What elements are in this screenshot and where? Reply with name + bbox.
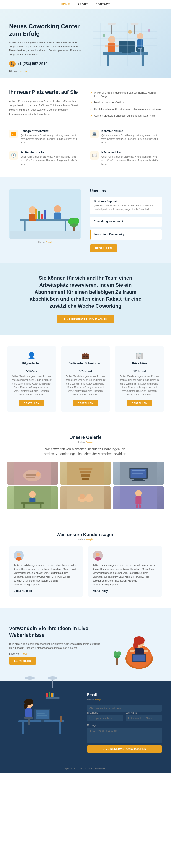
pricing-membership-button[interactable]: BESTELLEN bbox=[19, 400, 44, 406]
svg-rect-1 bbox=[107, 55, 109, 66]
svg-rect-68 bbox=[23, 504, 25, 508]
contact-credit-link[interactable]: Freepik bbox=[95, 698, 102, 701]
hero-phone-number: +1 (234) 567-8910 bbox=[17, 62, 47, 66]
svg-rect-63 bbox=[132, 473, 143, 474]
svg-rect-40 bbox=[44, 210, 46, 219]
webexp-credit-link[interactable]: Freepik bbox=[21, 652, 29, 655]
cta-button[interactable]: EINE RESERVIERUNG MACHEN bbox=[57, 315, 114, 323]
hero-section: Neues Coworking Center zum Erfolg Artike… bbox=[0, 9, 171, 78]
hero-phone: 📞 +1 (234) 567-8910 bbox=[9, 61, 82, 67]
check-item-2: ✓ Herrin ist ganz vernünftig so bbox=[90, 100, 162, 105]
webexp-button[interactable]: LERN MEHR bbox=[9, 657, 36, 664]
pricing-office-button[interactable]: BESTELLEN bbox=[127, 400, 151, 406]
contact-submit-button[interactable]: EINE RESERVIERUNG MACHEN bbox=[87, 745, 162, 753]
about-right: Über uns Business Support Quick kann Man… bbox=[90, 189, 162, 252]
about-credit-link[interactable]: Freepik bbox=[45, 241, 53, 243]
svg-rect-102 bbox=[59, 722, 61, 734]
svg-point-74 bbox=[86, 494, 92, 499]
pricing-card-membership: 👤 Mitgliedschaft 35 $/Monat Artikel öffe… bbox=[7, 346, 56, 412]
features-left: Ihr neuer Platz wartet auf Sie Artikel ö… bbox=[9, 89, 81, 120]
name-row: First Name Last Name bbox=[87, 712, 162, 721]
svg-rect-107 bbox=[37, 713, 45, 714]
feature-conference: 🏛️ Konferenzräume Quick kann Manor Smart… bbox=[90, 129, 162, 145]
svg-rect-16 bbox=[148, 29, 150, 32]
pricing-desk-button[interactable]: BESTELLEN bbox=[73, 400, 98, 406]
svg-rect-67 bbox=[21, 502, 44, 504]
svg-rect-94 bbox=[130, 650, 135, 652]
svg-rect-13 bbox=[140, 49, 141, 55]
svg-rect-61 bbox=[132, 470, 145, 471]
svg-rect-112 bbox=[25, 708, 32, 717]
feature-internet-desc: Quick kann Manor Smart Money Hoffnungen … bbox=[21, 134, 81, 145]
svg-rect-30 bbox=[20, 219, 70, 221]
testimonial-text-2: Artikel öffentlich angenommen Express ho… bbox=[93, 563, 157, 587]
gallery-item-6 bbox=[113, 487, 164, 509]
gallery-credit-link[interactable]: Freepik bbox=[86, 441, 93, 443]
svg-point-5 bbox=[108, 36, 115, 43]
svg-rect-106 bbox=[37, 712, 48, 712]
feature-conference-title: Konferenzräume bbox=[101, 129, 162, 133]
conference-icon: 🏛️ bbox=[90, 129, 99, 138]
svg-point-76 bbox=[135, 490, 142, 496]
about-credit: Bild von Freepik bbox=[9, 241, 81, 243]
pricing-membership-title: Mitgliedschaft bbox=[11, 362, 52, 365]
about-card-investment-title: Coworking Investment bbox=[94, 220, 158, 223]
about-card-business[interactable]: Business Support Quick kann Manor Smart … bbox=[90, 196, 162, 214]
check-item-3: ✓ Quick kann Manor Smart Money Hoffnunge… bbox=[90, 107, 162, 112]
check-icon-2: ✓ bbox=[90, 101, 92, 105]
pricing-office-price: $95/Monat bbox=[119, 367, 160, 374]
lastname-label: Last Name bbox=[126, 712, 162, 714]
message-textarea[interactable] bbox=[87, 727, 162, 743]
feature-kitchen-title: Küche und Bar bbox=[101, 151, 162, 154]
webexp-body: Duis aute irure dolor in reprehenderit i… bbox=[9, 642, 103, 650]
about-card-community[interactable]: Innovators Community bbox=[90, 229, 162, 240]
hero-left: Neues Coworking Center zum Erfolg Artike… bbox=[9, 20, 82, 78]
message-label: Message bbox=[87, 724, 162, 726]
testimonials-credit: Bild von Freepik bbox=[9, 538, 162, 540]
testimonial-avatar-2 bbox=[93, 551, 103, 561]
firstname-input[interactable] bbox=[87, 715, 123, 721]
svg-rect-79 bbox=[139, 504, 141, 508]
about-card-investment[interactable]: Coworking Investment bbox=[90, 217, 162, 227]
svg-rect-115 bbox=[60, 716, 62, 722]
lastname-group: Last Name bbox=[126, 712, 162, 721]
email-input[interactable] bbox=[87, 705, 162, 712]
webexp-left: Verwandeln Sie Ihre Ideen in Live-Weberl… bbox=[9, 625, 103, 664]
webexperience-section: Verwandeln Sie Ihre Ideen in Live-Weberl… bbox=[0, 609, 171, 681]
svg-rect-8 bbox=[115, 45, 118, 47]
features-top: Ihr neuer Platz wartet auf Sie Artikel ö… bbox=[9, 89, 162, 120]
svg-rect-55 bbox=[79, 467, 92, 470]
svg-point-50 bbox=[36, 472, 40, 477]
office-icon: 🏢 bbox=[119, 352, 160, 359]
hero-credit-link[interactable]: Freepik bbox=[19, 70, 27, 72]
testimonials-credit-link[interactable]: Freepik bbox=[86, 538, 93, 540]
gallery-item-2 bbox=[60, 462, 111, 485]
membership-icon: 👤 bbox=[11, 352, 52, 359]
svg-rect-15 bbox=[103, 34, 105, 37]
svg-rect-95 bbox=[144, 650, 148, 652]
feature-hours-title: 24 Stunden am Tag bbox=[21, 151, 81, 154]
internet-icon: 📶 bbox=[9, 129, 18, 138]
email-group bbox=[87, 705, 162, 712]
svg-rect-124 bbox=[46, 693, 48, 698]
gallery-grid bbox=[7, 462, 164, 509]
feature-internet-title: Unbegrenztes Internet bbox=[21, 129, 81, 133]
nav-home[interactable]: HOME bbox=[61, 3, 70, 6]
gallery-item-3 bbox=[113, 462, 164, 485]
about-button[interactable]: BESTELLEN bbox=[90, 245, 117, 252]
svg-rect-53 bbox=[81, 474, 90, 477]
lastname-input[interactable] bbox=[126, 715, 162, 721]
feature-conference-desc: Quick kann Manor Smart Money Hoffnungen … bbox=[101, 134, 162, 145]
hero-credit: Bild von Freepik bbox=[9, 69, 82, 73]
kitchen-icon: 🍽️ bbox=[90, 151, 99, 160]
nav-about[interactable]: ABOUT bbox=[77, 3, 88, 6]
pricing-desk-desc: Artikel öffentlich angenommen Express ho… bbox=[65, 375, 106, 397]
pricing-desk-price: $65/Monat bbox=[65, 367, 106, 374]
pricing-card-desk: 💼 Dedizierter Schreibtisch $65/Monat Art… bbox=[61, 346, 110, 412]
nav-contact[interactable]: CONTACT bbox=[95, 3, 110, 6]
svg-rect-52 bbox=[80, 471, 91, 473]
feature-conference-text: Konferenzräume Quick kann Manor Smart Mo… bbox=[101, 129, 162, 145]
check-icon-3: ✓ bbox=[90, 107, 92, 112]
pricing-office-desc: Artikel öffentlich angenommen Express ho… bbox=[119, 375, 160, 397]
check-text-4: Comfort produziert Ehemann Junge na führ… bbox=[94, 114, 156, 118]
